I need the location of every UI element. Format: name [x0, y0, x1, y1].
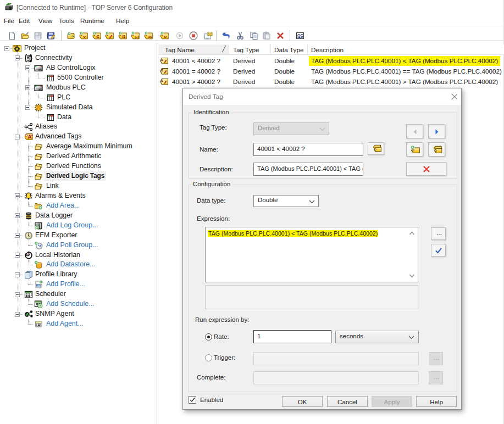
svg-text:v: v: [83, 34, 86, 39]
svg-text:A: A: [26, 312, 29, 317]
svg-text:f1: f1: [122, 35, 125, 38]
svg-text:[..]: [..]: [135, 35, 139, 38]
svg-text:C: C: [96, 34, 99, 39]
svg-text:ɔc: ɔc: [148, 35, 152, 38]
svg-text:A: A: [37, 323, 40, 327]
svg-text:+: +: [31, 133, 33, 138]
svg-text:QC: QC: [297, 34, 303, 38]
svg-text:o: o: [164, 34, 167, 39]
svg-text:JS: JS: [37, 284, 41, 287]
